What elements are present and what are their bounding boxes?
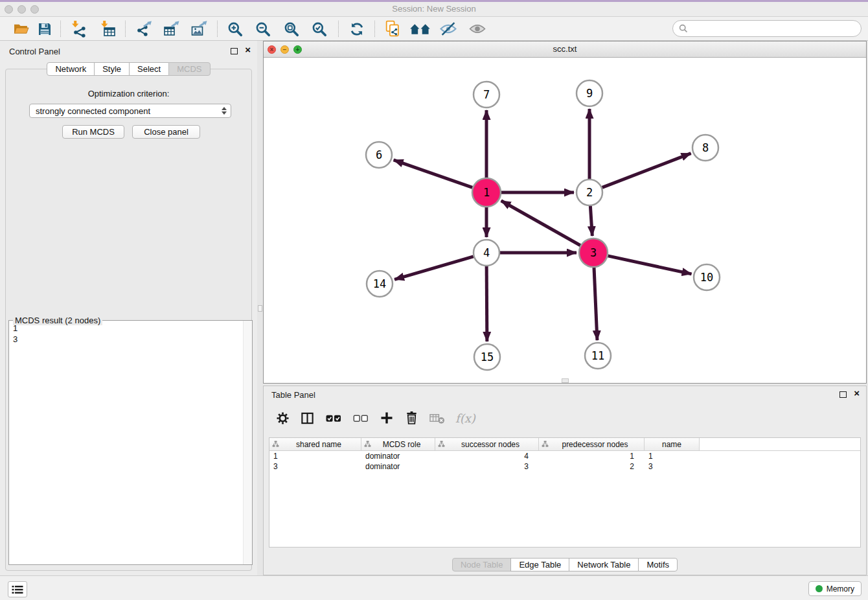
table-panel-tabs: Node TableEdge TableNetwork TableMotifs [264,558,866,571]
graph-edge-2-3[interactable] [590,206,592,236]
graph-node-8[interactable]: 8 [692,135,718,161]
graph-node-1[interactable]: 1 [472,178,501,207]
task-history-button[interactable] [8,581,27,597]
tab-node-table[interactable]: Node Table [452,558,512,571]
graph-node-6[interactable]: 6 [366,142,392,168]
table-cell[interactable]: 2 [539,461,645,472]
svg-text:14: 14 [373,277,386,290]
tab-mcds[interactable]: MCDS [168,62,210,76]
select-all-button[interactable] [325,411,343,426]
zoom-out-button[interactable] [254,19,272,38]
close-panel-button[interactable]: Close panel [132,125,200,139]
unselect-all-button[interactable] [352,411,369,426]
export-table-icon [163,20,180,38]
graph-node-14[interactable]: 14 [367,271,393,297]
column-header-name[interactable]: name [645,438,700,450]
run-mcds-button[interactable]: Run MCDS [62,125,124,139]
save-session-button[interactable] [36,19,54,38]
splitter-grip[interactable] [258,305,262,312]
search-field[interactable] [672,20,862,37]
graph-node-2[interactable]: 2 [577,179,602,205]
table-panel-float-button[interactable] [839,391,847,398]
column-header-shared-name[interactable]: shared name [269,438,361,450]
graph-node-11[interactable]: 11 [585,343,611,369]
hide-selected-button[interactable] [439,19,457,38]
graph-edge-3-11[interactable] [594,268,597,340]
search-icon [679,24,688,33]
table-cell[interactable]: dominator [361,461,435,472]
table-cell[interactable]: 1 [539,451,645,461]
graph-node-3[interactable]: 3 [579,238,608,267]
tab-network[interactable]: Network [47,62,95,76]
control-panel-float-button[interactable] [231,48,238,54]
graph-edge-4-15[interactable] [486,266,487,341]
open-folder-icon [13,21,30,36]
graph-edge-3-1[interactable] [501,201,580,246]
import-table-button[interactable] [98,19,117,38]
canvas-splitter-grip[interactable] [562,378,569,383]
zoom-in-button[interactable] [226,19,244,38]
table-cell[interactable]: 1 [645,451,700,461]
export-image-button[interactable] [190,19,208,38]
graph-edge-4-14[interactable] [394,257,474,279]
tab-motifs[interactable]: Motifs [638,558,678,571]
function-builder-button[interactable]: f(x) [455,411,475,425]
import-network-button[interactable] [69,19,87,38]
graph-edge-1-6[interactable] [394,160,473,187]
network-graph[interactable]: 1234678910111415 [264,58,866,383]
criterion-select[interactable]: strongly connected component [29,104,231,118]
svg-text:8: 8 [702,141,709,154]
tab-edge-table[interactable]: Edge Table [510,558,569,571]
table-panel-close-button[interactable]: × [854,387,860,399]
table-panel-title: Table Panel [271,390,315,400]
delete-table-button[interactable] [429,411,446,426]
graph-node-7[interactable]: 7 [474,82,499,108]
zoom-selected-button[interactable] [310,19,328,38]
table-cell[interactable]: 3 [435,461,539,472]
graph-edge-2-8[interactable] [602,154,691,188]
graph-node-4[interactable]: 4 [474,240,499,266]
zoom-fit-button[interactable] [282,19,301,38]
column-header-label: MCDS role [371,440,432,449]
table-row[interactable]: 3dominator323 [269,461,860,472]
table-cell[interactable]: 1 [269,451,361,461]
column-header-mcds-role[interactable]: MCDS role [361,438,435,450]
tab-network-table[interactable]: Network Table [569,558,639,571]
criterion-value: strongly connected component [36,106,222,116]
search-input[interactable] [692,24,855,34]
network-window-title: scc.txt [264,41,866,57]
first-neighbors-button[interactable] [409,19,431,38]
table-row[interactable]: 1dominator411 [269,451,860,461]
export-table-button[interactable] [162,19,180,38]
node-table[interactable]: shared nameMCDS rolesuccessor nodesprede… [269,437,861,548]
column-header-successor-nodes[interactable]: successor nodes [435,438,539,450]
table-cell[interactable]: dominator [361,451,435,461]
graph-node-9[interactable]: 9 [577,80,602,106]
new-network-from-selection-button[interactable] [383,19,402,38]
refresh-layout-button[interactable] [348,19,366,38]
vertical-splitter[interactable] [257,41,263,575]
tab-select[interactable]: Select [129,62,169,76]
tab-style[interactable]: Style [94,62,130,76]
graph-node-10[interactable]: 10 [694,264,720,290]
memory-button[interactable]: Memory [808,581,862,596]
graph-node-15[interactable]: 15 [474,344,500,370]
table-toolbar: f(x) [275,408,475,428]
show-column-button[interactable] [300,411,315,426]
table-cell[interactable]: 3 [269,461,361,472]
zoom-fit-icon [283,21,300,38]
add-row-button[interactable] [379,410,394,426]
open-session-button[interactable] [12,19,30,38]
show-all-button[interactable] [468,19,486,38]
network-window-titlebar[interactable]: × − + scc.txt [264,41,866,58]
graph-edge-3-10[interactable] [608,256,691,274]
control-panel-close-button[interactable]: × [245,44,251,56]
delete-row-button[interactable] [404,410,419,426]
table-cell[interactable]: 4 [435,451,539,461]
export-network-button[interactable] [135,19,153,38]
column-header-predecessor-nodes[interactable]: predecessor nodes [539,438,645,450]
network-canvas[interactable]: 1234678910111415 [264,58,866,383]
result-scrollbar[interactable] [243,321,252,564]
table-cell[interactable]: 3 [645,461,700,472]
table-settings-button[interactable] [275,411,290,426]
